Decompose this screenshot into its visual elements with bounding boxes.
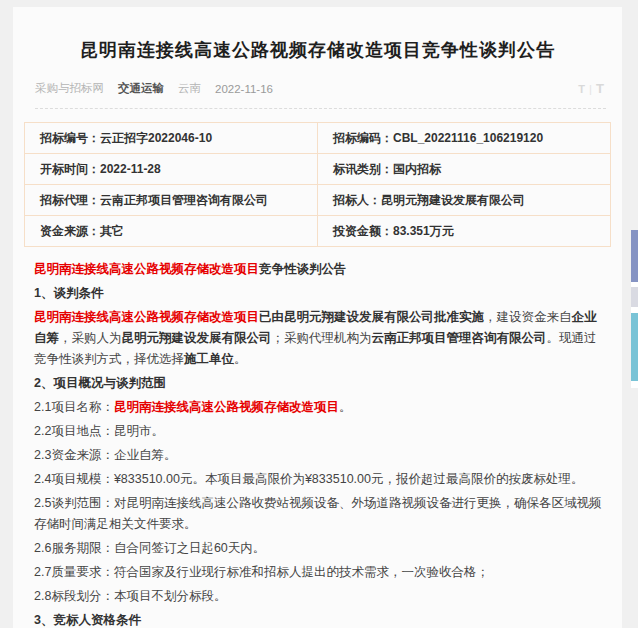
paragraph: 1、谈判条件 (34, 283, 602, 304)
meta-left: 采购与招标网 交通运输 云南 2022-11-16 (35, 81, 273, 96)
field-value: 云正招字2022046-10 (100, 131, 212, 145)
text-segment: 1、谈判条件 (34, 286, 103, 300)
table-cell: 开标时间：2022-11-28 (25, 154, 318, 185)
text-segment: 2、项目概况与谈判范围 (34, 376, 166, 390)
page-title: 昆明南连接线高速公路视频存储改造项目竞争性谈判公告 (13, 7, 622, 62)
table-cell: 资金来源：其它 (25, 216, 318, 247)
field-value: 国内招标 (393, 162, 441, 176)
text-segment: 2.1项目名称： (34, 400, 114, 414)
text-segment: 。 (234, 352, 247, 366)
table-cell: 招标代理：云南正邦项目管理咨询有限公司 (25, 185, 318, 216)
text-segment: 已由昆明元翔建设发展有限公司批准实施 (259, 310, 484, 324)
field-label: 投资金额： (333, 224, 393, 238)
paragraph: 昆明南连接线高速公路视频存储改造项目竞争性谈判公告 (34, 259, 602, 280)
text-segment: 2.5谈判范围：对昆明南连接线高速公路收费站视频设备、外场道路视频设备进行更换，… (34, 496, 601, 531)
publish-date: 2022-11-16 (215, 83, 273, 95)
project-name-highlight: 昆明南连接线高速公路视频存储改造项目 (114, 400, 339, 414)
text-segment: 竞争性谈判公告 (259, 262, 347, 276)
field-value: 云南正邦项目管理咨询有限公司 (100, 193, 268, 207)
paragraph: 2.8标段划分：本项目不划分标段。 (34, 586, 602, 607)
announcement-card: 昆明南连接线高速公路视频存储改造项目竞争性谈判公告 采购与招标网 交通运输 云南… (13, 7, 622, 628)
field-label: 招标代理： (40, 193, 100, 207)
text-segment: 2.8标段划分：本项目不划分标段。 (34, 589, 226, 603)
paragraph: 2.1项目名称：昆明南连接线高速公路视频存储改造项目。 (34, 397, 602, 418)
table-cell: 招标人：昆明元翔建设发展有限公司 (318, 185, 611, 216)
table-row: 资金来源：其它投资金额：83.351万元 (25, 216, 611, 247)
text-segment: 云南正邦项目管理咨询有限公司 (372, 331, 547, 345)
field-label: 招标编号： (40, 131, 100, 145)
project-name-highlight: 昆明南连接线高速公路视频存储改造项目 (34, 310, 259, 324)
paragraph: 2.5谈判范围：对昆明南连接线高速公路收费站视频设备、外场道路视频设备进行更换，… (34, 493, 602, 535)
text-segment: 。 (339, 400, 352, 414)
table-row: 招标编号：云正招字2022046-10招标编码：CBL_20221116_106… (25, 123, 611, 154)
paragraph: 2.7质量要求：符合国家及行业现行标准和招标人提出的技术需求，一次验收合格； (34, 562, 602, 583)
widget-gray-segment (631, 287, 638, 307)
text-segment: 2.4项目规模：¥833510.00元。本项目最高限价为¥833510.00元，… (34, 472, 583, 486)
table-cell: 投资金额：83.351万元 (318, 216, 611, 247)
floating-widget-cutoff[interactable] (631, 230, 638, 388)
table-cell: 标讯类别：国内招标 (318, 154, 611, 185)
region-link[interactable]: 云南 (178, 81, 201, 96)
source-site-link[interactable]: 采购与招标网 (35, 81, 104, 96)
table-cell: 招标编码：CBL_20221116_106219120 (318, 123, 611, 154)
project-name-highlight: 昆明南连接线高速公路视频存储改造项目 (34, 262, 259, 276)
field-value: CBL_20221116_106219120 (393, 131, 543, 145)
text-segment: 2.2项目地点：昆明市。 (34, 424, 164, 438)
category-link[interactable]: 交通运输 (118, 81, 164, 96)
text-segment: ；采购代理机构为 (272, 331, 372, 345)
paragraph: 3、竞标人资格条件 (34, 610, 602, 628)
field-value: 昆明元翔建设发展有限公司 (381, 193, 525, 207)
paragraph: 2.2项目地点：昆明市。 (34, 421, 602, 442)
field-label: 招标编码： (333, 131, 393, 145)
field-label: 招标人： (333, 193, 381, 207)
field-value: 83.351万元 (393, 224, 454, 238)
table-row: 开标时间：2022-11-28标讯类别：国内招标 (25, 154, 611, 185)
font-increase-button[interactable]: T (596, 81, 604, 96)
font-separator: | (589, 83, 592, 95)
field-value: 2022-11-28 (100, 162, 161, 176)
meta-row: 采购与招标网 交通运输 云南 2022-11-16 T | T (35, 62, 606, 109)
page: 昆明南连接线高速公路视频存储改造项目竞争性谈判公告 采购与招标网 交通运输 云南… (0, 0, 638, 628)
paragraph: 2.6服务期限：自合同签订之日起60天内。 (34, 538, 602, 559)
field-label: 资金来源： (40, 224, 100, 238)
field-label: 开标时间： (40, 162, 100, 176)
paragraph: 2.4项目规模：¥833510.00元。本项目最高限价为¥833510.00元，… (34, 469, 602, 490)
bid-info-table: 招标编号：云正招字2022046-10招标编码：CBL_20221116_106… (24, 122, 611, 247)
widget-teal-segment (631, 313, 638, 381)
table-cell: 招标编号：云正招字2022046-10 (25, 123, 318, 154)
text-segment: 2.6服务期限：自合同签订之日起60天内。 (34, 541, 265, 555)
text-segment: 2.7质量要求：符合国家及行业现行标准和招标人提出的技术需求，一次验收合格； (34, 565, 489, 579)
text-segment: ，建设资金来自 (484, 310, 572, 324)
paragraph: 昆明南连接线高速公路视频存储改造项目已由昆明元翔建设发展有限公司批准实施，建设资… (34, 307, 602, 370)
field-value: 其它 (100, 224, 124, 238)
text-segment: 2.3资金来源：企业自筹。 (34, 448, 176, 462)
widget-blue-segment (631, 230, 638, 282)
text-segment: 施工单位 (184, 352, 234, 366)
table-row: 招标代理：云南正邦项目管理咨询有限公司招标人：昆明元翔建设发展有限公司 (25, 185, 611, 216)
text-segment: ，采购人为 (59, 331, 122, 345)
article-body: 昆明南连接线高速公路视频存储改造项目竞争性谈判公告1、谈判条件昆明南连接线高速公… (13, 247, 622, 628)
paragraph: 2、项目概况与谈判范围 (34, 373, 602, 394)
field-label: 标讯类别： (333, 162, 393, 176)
text-segment: 3、竞标人资格条件 (34, 613, 141, 627)
text-segment: 昆明元翔建设发展有限公司 (122, 331, 272, 345)
font-size-controls: T | T (578, 81, 604, 96)
paragraph: 2.3资金来源：企业自筹。 (34, 445, 602, 466)
font-decrease-button[interactable]: T (578, 83, 585, 95)
